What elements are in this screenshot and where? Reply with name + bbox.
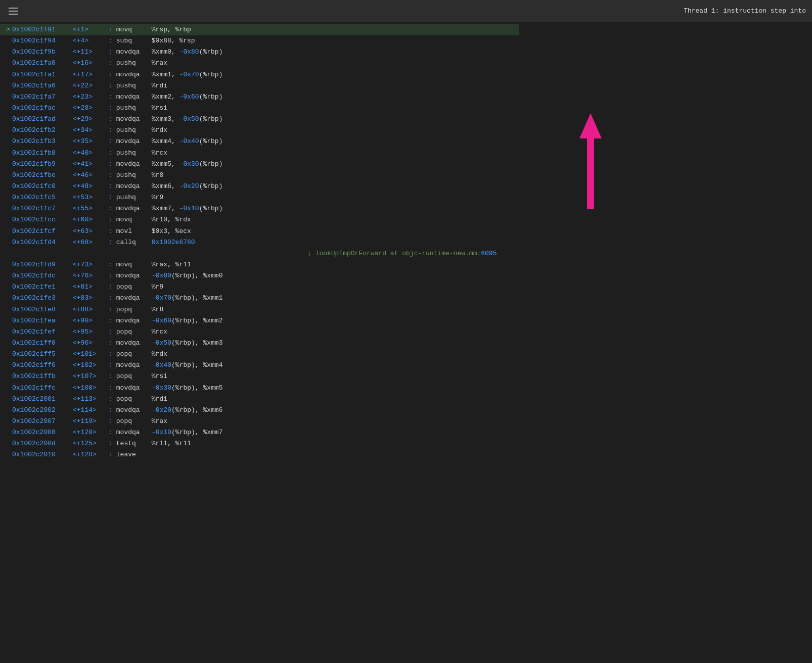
instruction-mnemonic: movdqa [116,204,152,214]
instruction-address[interactable]: 0x1002c1fac [12,103,73,113]
instruction-offset: <+90> [73,316,108,326]
instruction-address[interactable]: 0x1002c1f94 [12,36,73,46]
instruction-address[interactable]: 0x1002c1ff0 [12,338,73,348]
instruction-address[interactable]: 0x1002c1fe3 [12,293,73,303]
instruction-offset: <+114> [73,405,108,415]
instruction-offset: <+128> [73,450,108,460]
table-row: 0x1002c1fad <+29>: movdqa %xmm3, -0x50(%… [0,114,519,125]
instruction-operands: -0x60(%rbp), %xmm2 [152,316,519,326]
instruction-address[interactable]: 0x1002c1fef [12,327,73,337]
instruction-address[interactable]: 0x1002c2002 [12,405,73,415]
instruction-operands: $0x3, %ecx [152,226,519,236]
instruction-mnemonic: popq [116,305,152,315]
colon-separator: : [108,405,112,415]
table-row: 0x1002c1fc0 <+48>: movdqa %xmm6, -0x20(%… [0,181,519,192]
instruction-address[interactable]: 0x1002c1ff6 [12,360,73,370]
instruction-mnemonic: popq [116,282,152,292]
instruction-operands: %rcx [152,148,519,158]
instruction-offset: <+101> [73,349,108,359]
instruction-address[interactable]: 0x1002c1fad [12,114,73,124]
negative-offset: -0x50 [179,115,199,123]
negative-offset: -0x10 [152,429,171,436]
colon-separator: : [108,416,112,427]
instruction-operands: %rdx [152,349,519,359]
instruction-mnemonic: movdqa [116,360,152,370]
colon-separator: : [108,70,112,80]
instruction-address[interactable]: 0x1002c1fc5 [12,193,73,203]
colon-separator: : [108,81,112,91]
instruction-address[interactable]: 0x1002c1fc0 [12,181,73,192]
instruction-operands: %rsp, %rbp [152,25,519,35]
instruction-address[interactable]: 0x1002c1ffc [12,383,73,393]
colon-separator: : [108,148,112,158]
comment-line-number: 6095 [481,250,497,257]
instruction-operands: %xmm1, -0x70(%rbp) [152,70,519,80]
instruction-mnemonic: pushq [116,58,152,68]
table-row: 0x1002c1f9b <+11>: movdqa %xmm0, -0x80(%… [0,46,519,58]
instruction-offset: <+107> [73,371,108,382]
instruction-address[interactable]: 0x1002c1fb8 [12,148,73,158]
colon-separator: : [108,271,112,281]
table-row: 0x1002c1fe3 <+83>: movdqa -0x70(%rbp), %… [0,293,519,304]
table-row: 0x1002c1fd9 <+73>: movq %rax, %r11 [0,259,519,270]
instruction-address[interactable]: 0x1002c1ff5 [12,349,73,359]
instruction-address[interactable]: 0x1002c1fa1 [12,70,73,80]
colon-separator: : [108,58,112,68]
instruction-address[interactable]: 0x1002c1fb3 [12,136,73,147]
instruction-address[interactable]: 0x1002c2001 [12,394,73,404]
instruction-address[interactable]: 0x1002c1fe1 [12,282,73,292]
instruction-address[interactable]: 0x1002c1f9b [12,47,73,57]
instruction-address[interactable]: 0x1002c1fcc [12,215,73,225]
colon-separator: : [108,226,112,236]
disassembly-panel[interactable]: >0x1002c1f91 <+1>: movq %rsp, %rbp 0x100… [0,22,519,663]
instruction-mnemonic: movdqa [116,181,152,192]
table-row: 0x1002c1fbe <+46>: pushq %r8 [0,170,519,181]
instruction-address[interactable]: 0x1002c1fa7 [12,92,73,102]
colon-separator: : [108,92,112,102]
instruction-address[interactable]: 0x1002c2010 [12,450,73,460]
instruction-address[interactable]: 0x1002c2008 [12,428,73,438]
right-panel [519,22,812,663]
instruction-offset: <+11> [73,47,108,57]
negative-offset: -0x10 [179,205,199,212]
instruction-operands: -0x40(%rbp), %xmm4 [152,360,519,370]
instruction-address[interactable]: 0x1002c200d [12,439,73,449]
instruction-address[interactable]: 0x1002c1fb9 [12,159,73,169]
instruction-address[interactable]: 0x1002c1fbe [12,170,73,180]
instruction-address[interactable]: 0x1002c2007 [12,416,73,427]
negative-offset: -0x50 [152,339,171,347]
instruction-address[interactable]: 0x1002c1fa6 [12,81,73,91]
colon-separator: : [108,103,112,113]
instruction-operands: %r10, %rdx [152,215,519,225]
instruction-address[interactable]: 0x1002c1fa0 [12,58,73,68]
instruction-address[interactable]: 0x1002c1f91 [12,25,73,35]
instruction-address[interactable]: 0x1002c1fd4 [12,238,73,248]
instruction-mnemonic: movdqa [116,428,152,438]
instruction-offset: <+119> [73,416,108,427]
call-address[interactable]: 0x1002e6780 [152,239,195,246]
instruction-address[interactable]: 0x1002c1fdc [12,271,73,281]
instruction-address[interactable]: 0x1002c1fc7 [12,204,73,214]
colon-separator: : [108,360,112,370]
instruction-mnemonic: pushq [116,193,152,203]
instruction-offset: <+17> [73,70,108,80]
instruction-mnemonic: movdqa [116,136,152,147]
menu-icon[interactable] [6,4,20,18]
colon-separator: : [108,181,112,192]
instruction-mnemonic: pushq [116,103,152,113]
instruction-operands: -0x80(%rbp), %xmm0 [152,271,519,281]
negative-offset: -0x40 [179,137,199,145]
instruction-offset: <+40> [73,148,108,158]
colon-separator: : [108,439,112,449]
instruction-address[interactable]: 0x1002c1fcf [12,226,73,236]
instruction-address[interactable]: 0x1002c1ffb [12,371,73,382]
instruction-mnemonic: movdqa [116,70,152,80]
instruction-address[interactable]: 0x1002c1fd9 [12,260,73,270]
table-row: 0x1002c1fc7 <+55>: movdqa %xmm7, -0x10(%… [0,203,519,214]
instruction-operands: %rdi [152,81,519,91]
instruction-address[interactable]: 0x1002c1fea [12,316,73,326]
app-container: Thread 1: instruction step into >0x1002c… [0,0,812,663]
instruction-offset: <+48> [73,181,108,192]
instruction-address[interactable]: 0x1002c1fb2 [12,125,73,135]
instruction-address[interactable]: 0x1002c1fe8 [12,305,73,315]
